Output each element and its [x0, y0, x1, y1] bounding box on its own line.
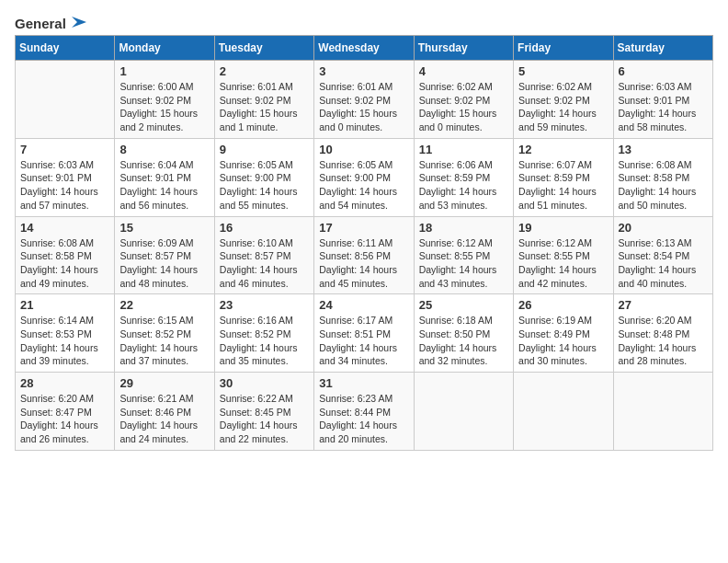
day-info: Sunrise: 6:07 AM Sunset: 8:59 PM Dayligh… — [518, 158, 608, 213]
calendar-week-row: 1Sunrise: 6:00 AM Sunset: 9:02 PM Daylig… — [16, 61, 713, 139]
day-number: 30 — [220, 376, 309, 390]
calendar-cell: 1Sunrise: 6:00 AM Sunset: 9:02 PM Daylig… — [115, 61, 214, 139]
day-info: Sunrise: 6:19 AM Sunset: 8:49 PM Dayligh… — [518, 314, 608, 368]
calendar-cell: 19Sunrise: 6:12 AM Sunset: 8:55 PM Dayli… — [514, 216, 613, 294]
calendar-cell: 14Sunrise: 6:08 AM Sunset: 8:58 PM Dayli… — [16, 216, 115, 294]
day-number: 11 — [419, 143, 508, 156]
day-info: Sunrise: 6:01 AM Sunset: 9:02 PM Dayligh… — [220, 80, 309, 134]
day-number: 4 — [419, 64, 508, 78]
calendar-cell: 31Sunrise: 6:23 AM Sunset: 8:44 PM Dayli… — [314, 373, 414, 451]
day-number: 29 — [119, 376, 209, 390]
day-info: Sunrise: 6:14 AM Sunset: 8:53 PM Dayligh… — [20, 314, 109, 368]
day-number: 13 — [619, 143, 708, 156]
calendar-cell: 26Sunrise: 6:19 AM Sunset: 8:49 PM Dayli… — [514, 294, 613, 373]
calendar-cell: 29Sunrise: 6:21 AM Sunset: 8:46 PM Dayli… — [115, 373, 214, 451]
calendar-cell: 27Sunrise: 6:20 AM Sunset: 8:48 PM Dayli… — [613, 294, 712, 373]
calendar-cell — [414, 373, 513, 451]
calendar-cell: 24Sunrise: 6:17 AM Sunset: 8:51 PM Dayli… — [314, 294, 414, 373]
day-info: Sunrise: 6:21 AM Sunset: 8:46 PM Dayligh… — [119, 392, 209, 446]
day-number: 10 — [319, 143, 408, 156]
day-info: Sunrise: 6:08 AM Sunset: 8:58 PM Dayligh… — [619, 158, 708, 213]
calendar-cell — [514, 373, 613, 451]
calendar-cell: 3Sunrise: 6:01 AM Sunset: 9:02 PM Daylig… — [314, 61, 414, 139]
day-number: 8 — [119, 143, 209, 156]
day-info: Sunrise: 6:11 AM Sunset: 8:56 PM Dayligh… — [319, 236, 408, 291]
column-header-monday: Monday — [115, 36, 214, 61]
day-number: 25 — [419, 298, 508, 312]
calendar-cell: 13Sunrise: 6:08 AM Sunset: 8:58 PM Dayli… — [613, 138, 712, 216]
svg-marker-0 — [72, 17, 86, 28]
day-info: Sunrise: 6:12 AM Sunset: 8:55 PM Dayligh… — [419, 236, 508, 291]
calendar-cell: 18Sunrise: 6:12 AM Sunset: 8:55 PM Dayli… — [414, 216, 513, 294]
day-info: Sunrise: 6:00 AM Sunset: 9:02 PM Dayligh… — [119, 80, 209, 134]
day-info: Sunrise: 6:05 AM Sunset: 9:00 PM Dayligh… — [319, 158, 408, 213]
day-info: Sunrise: 6:02 AM Sunset: 9:02 PM Dayligh… — [518, 80, 608, 134]
calendar-week-row: 21Sunrise: 6:14 AM Sunset: 8:53 PM Dayli… — [16, 294, 713, 373]
day-info: Sunrise: 6:05 AM Sunset: 9:00 PM Dayligh… — [220, 158, 309, 213]
calendar-cell: 25Sunrise: 6:18 AM Sunset: 8:50 PM Dayli… — [414, 294, 513, 373]
day-info: Sunrise: 6:16 AM Sunset: 8:52 PM Dayligh… — [220, 314, 309, 368]
day-info: Sunrise: 6:02 AM Sunset: 9:02 PM Dayligh… — [419, 80, 508, 134]
calendar-cell: 20Sunrise: 6:13 AM Sunset: 8:54 PM Dayli… — [613, 216, 712, 294]
day-info: Sunrise: 6:09 AM Sunset: 8:57 PM Dayligh… — [119, 236, 209, 291]
column-header-wednesday: Wednesday — [314, 36, 414, 61]
calendar-cell: 11Sunrise: 6:06 AM Sunset: 8:59 PM Dayli… — [414, 138, 513, 216]
calendar-week-row: 28Sunrise: 6:20 AM Sunset: 8:47 PM Dayli… — [16, 373, 713, 451]
calendar-cell: 7Sunrise: 6:03 AM Sunset: 9:01 PM Daylig… — [16, 138, 115, 216]
calendar-cell: 28Sunrise: 6:20 AM Sunset: 8:47 PM Dayli… — [16, 373, 115, 451]
day-number: 27 — [619, 298, 708, 312]
day-number: 24 — [319, 298, 408, 312]
day-info: Sunrise: 6:06 AM Sunset: 8:59 PM Dayligh… — [419, 158, 508, 213]
calendar-cell: 6Sunrise: 6:03 AM Sunset: 9:01 PM Daylig… — [613, 61, 712, 139]
day-number: 15 — [119, 221, 209, 235]
calendar-cell: 9Sunrise: 6:05 AM Sunset: 9:00 PM Daylig… — [214, 138, 313, 216]
calendar-cell: 5Sunrise: 6:02 AM Sunset: 9:02 PM Daylig… — [514, 61, 613, 139]
day-info: Sunrise: 6:23 AM Sunset: 8:44 PM Dayligh… — [319, 392, 408, 446]
calendar-week-row: 14Sunrise: 6:08 AM Sunset: 8:58 PM Dayli… — [16, 216, 713, 294]
logo-general: General — [15, 16, 66, 31]
day-number: 12 — [518, 143, 608, 156]
day-info: Sunrise: 6:03 AM Sunset: 9:01 PM Dayligh… — [20, 158, 109, 213]
column-header-sunday: Sunday — [16, 36, 115, 61]
day-info: Sunrise: 6:18 AM Sunset: 8:50 PM Dayligh… — [419, 314, 508, 368]
calendar-cell: 15Sunrise: 6:09 AM Sunset: 8:57 PM Dayli… — [115, 216, 214, 294]
day-info: Sunrise: 6:01 AM Sunset: 9:02 PM Dayligh… — [319, 80, 408, 134]
day-info: Sunrise: 6:12 AM Sunset: 8:55 PM Dayligh… — [518, 236, 608, 291]
day-info: Sunrise: 6:13 AM Sunset: 8:54 PM Dayligh… — [619, 236, 708, 291]
day-number: 28 — [20, 376, 109, 390]
logo: General — [15, 15, 90, 28]
logo-bird-icon — [68, 15, 88, 31]
calendar-cell: 23Sunrise: 6:16 AM Sunset: 8:52 PM Dayli… — [214, 294, 313, 373]
calendar-cell: 22Sunrise: 6:15 AM Sunset: 8:52 PM Dayli… — [115, 294, 214, 373]
day-info: Sunrise: 6:10 AM Sunset: 8:57 PM Dayligh… — [220, 236, 309, 291]
calendar-week-row: 7Sunrise: 6:03 AM Sunset: 9:01 PM Daylig… — [16, 138, 713, 216]
day-number: 16 — [220, 221, 309, 235]
day-info: Sunrise: 6:15 AM Sunset: 8:52 PM Dayligh… — [119, 314, 209, 368]
column-header-tuesday: Tuesday — [214, 36, 313, 61]
day-number: 1 — [119, 64, 209, 78]
day-number: 19 — [518, 221, 608, 235]
day-info: Sunrise: 6:04 AM Sunset: 9:01 PM Dayligh… — [119, 158, 209, 213]
calendar-cell: 17Sunrise: 6:11 AM Sunset: 8:56 PM Dayli… — [314, 216, 414, 294]
calendar-cell: 2Sunrise: 6:01 AM Sunset: 9:02 PM Daylig… — [214, 61, 313, 139]
calendar-cell: 16Sunrise: 6:10 AM Sunset: 8:57 PM Dayli… — [214, 216, 313, 294]
column-header-saturday: Saturday — [613, 36, 712, 61]
day-info: Sunrise: 6:20 AM Sunset: 8:47 PM Dayligh… — [20, 392, 109, 446]
calendar-cell: 8Sunrise: 6:04 AM Sunset: 9:01 PM Daylig… — [115, 138, 214, 216]
calendar-header-row: SundayMondayTuesdayWednesdayThursdayFrid… — [16, 36, 713, 61]
day-number: 17 — [319, 221, 408, 235]
day-number: 14 — [20, 221, 109, 235]
day-number: 26 — [518, 298, 608, 312]
day-info: Sunrise: 6:08 AM Sunset: 8:58 PM Dayligh… — [20, 236, 109, 291]
day-number: 20 — [619, 221, 708, 235]
day-info: Sunrise: 6:03 AM Sunset: 9:01 PM Dayligh… — [619, 80, 708, 134]
day-number: 18 — [419, 221, 508, 235]
column-header-friday: Friday — [514, 36, 613, 61]
day-number: 22 — [119, 298, 209, 312]
day-number: 21 — [20, 298, 109, 312]
calendar-cell: 21Sunrise: 6:14 AM Sunset: 8:53 PM Dayli… — [16, 294, 115, 373]
day-number: 2 — [220, 64, 309, 78]
calendar-table: SundayMondayTuesdayWednesdayThursdayFrid… — [15, 35, 713, 451]
day-number: 5 — [518, 64, 608, 78]
day-number: 7 — [20, 143, 109, 156]
